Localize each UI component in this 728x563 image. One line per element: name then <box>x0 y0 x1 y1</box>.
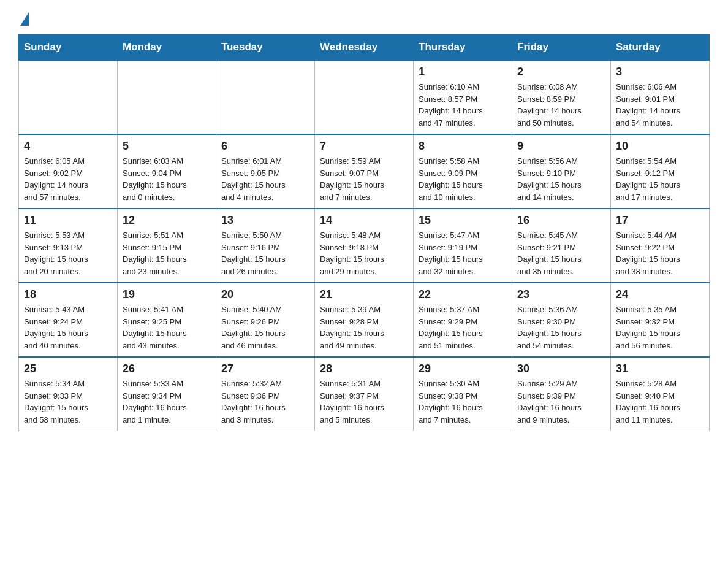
day-info: Sunrise: 5:50 AMSunset: 9:16 PMDaylight:… <box>221 229 309 277</box>
calendar-cell: 9Sunrise: 5:56 AMSunset: 9:10 PMDaylight… <box>512 134 611 209</box>
week-row-2: 4Sunrise: 6:05 AMSunset: 9:02 PMDaylight… <box>19 134 710 209</box>
calendar-cell: 31Sunrise: 5:28 AMSunset: 9:40 PMDayligh… <box>611 357 710 431</box>
day-number: 9 <box>517 140 605 153</box>
logo <box>18 12 29 22</box>
day-number: 20 <box>221 288 309 301</box>
day-number: 6 <box>221 140 309 153</box>
day-info: Sunrise: 5:54 AMSunset: 9:12 PMDaylight:… <box>616 155 704 203</box>
day-info: Sunrise: 5:28 AMSunset: 9:40 PMDaylight:… <box>616 378 704 426</box>
weekday-header-thursday: Thursday <box>414 35 512 61</box>
day-number: 12 <box>123 214 211 227</box>
calendar-cell <box>118 60 216 134</box>
page-header <box>18 12 710 22</box>
day-number: 8 <box>419 140 507 153</box>
calendar-cell: 29Sunrise: 5:30 AMSunset: 9:38 PMDayligh… <box>414 357 512 431</box>
day-number: 3 <box>616 66 704 79</box>
day-info: Sunrise: 5:51 AMSunset: 9:15 PMDaylight:… <box>123 229 211 277</box>
calendar-cell: 5Sunrise: 6:03 AMSunset: 9:04 PMDaylight… <box>118 134 216 209</box>
day-info: Sunrise: 5:35 AMSunset: 9:32 PMDaylight:… <box>616 304 704 351</box>
calendar-cell: 10Sunrise: 5:54 AMSunset: 9:12 PMDayligh… <box>611 134 710 209</box>
calendar-cell: 30Sunrise: 5:29 AMSunset: 9:39 PMDayligh… <box>512 357 611 431</box>
logo-triangle-icon <box>20 12 29 26</box>
day-info: Sunrise: 5:36 AMSunset: 9:30 PMDaylight:… <box>517 304 605 351</box>
calendar-cell: 12Sunrise: 5:51 AMSunset: 9:15 PMDayligh… <box>118 209 216 283</box>
calendar-cell: 14Sunrise: 5:48 AMSunset: 9:18 PMDayligh… <box>315 209 414 283</box>
day-number: 5 <box>123 140 211 153</box>
day-number: 10 <box>616 140 704 153</box>
day-info: Sunrise: 5:34 AMSunset: 9:33 PMDaylight:… <box>24 378 112 426</box>
day-info: Sunrise: 6:10 AMSunset: 8:57 PMDaylight:… <box>419 81 507 129</box>
week-row-1: 1Sunrise: 6:10 AMSunset: 8:57 PMDaylight… <box>19 60 710 134</box>
calendar-cell: 7Sunrise: 5:59 AMSunset: 9:07 PMDaylight… <box>315 134 414 209</box>
day-number: 30 <box>517 362 605 375</box>
day-info: Sunrise: 5:32 AMSunset: 9:36 PMDaylight:… <box>221 378 309 426</box>
day-info: Sunrise: 5:45 AMSunset: 9:21 PMDaylight:… <box>517 229 605 277</box>
day-number: 28 <box>320 362 408 375</box>
day-info: Sunrise: 5:29 AMSunset: 9:39 PMDaylight:… <box>517 378 605 426</box>
day-number: 24 <box>616 288 704 301</box>
week-row-5: 25Sunrise: 5:34 AMSunset: 9:33 PMDayligh… <box>19 357 710 431</box>
calendar-cell: 20Sunrise: 5:40 AMSunset: 9:26 PMDayligh… <box>216 283 315 357</box>
weekday-header-sunday: Sunday <box>19 35 118 61</box>
calendar-table: SundayMondayTuesdayWednesdayThursdayFrid… <box>18 34 710 431</box>
day-number: 4 <box>24 140 112 153</box>
calendar-cell: 21Sunrise: 5:39 AMSunset: 9:28 PMDayligh… <box>315 283 414 357</box>
day-info: Sunrise: 6:06 AMSunset: 9:01 PMDaylight:… <box>616 81 704 129</box>
day-info: Sunrise: 6:08 AMSunset: 8:59 PMDaylight:… <box>517 81 605 129</box>
day-number: 25 <box>24 362 112 375</box>
day-info: Sunrise: 5:47 AMSunset: 9:19 PMDaylight:… <box>419 229 507 277</box>
weekday-header-tuesday: Tuesday <box>216 35 315 61</box>
day-info: Sunrise: 5:30 AMSunset: 9:38 PMDaylight:… <box>419 378 507 426</box>
calendar-cell: 28Sunrise: 5:31 AMSunset: 9:37 PMDayligh… <box>315 357 414 431</box>
calendar-cell: 22Sunrise: 5:37 AMSunset: 9:29 PMDayligh… <box>414 283 512 357</box>
day-number: 18 <box>24 288 112 301</box>
calendar-cell: 26Sunrise: 5:33 AMSunset: 9:34 PMDayligh… <box>118 357 216 431</box>
day-number: 13 <box>221 214 309 227</box>
calendar-cell: 24Sunrise: 5:35 AMSunset: 9:32 PMDayligh… <box>611 283 710 357</box>
day-info: Sunrise: 5:43 AMSunset: 9:24 PMDaylight:… <box>24 304 112 351</box>
day-info: Sunrise: 5:48 AMSunset: 9:18 PMDaylight:… <box>320 229 408 277</box>
calendar-cell: 15Sunrise: 5:47 AMSunset: 9:19 PMDayligh… <box>414 209 512 283</box>
day-number: 27 <box>221 362 309 375</box>
day-number: 15 <box>419 214 507 227</box>
week-row-3: 11Sunrise: 5:53 AMSunset: 9:13 PMDayligh… <box>19 209 710 283</box>
day-number: 29 <box>419 362 507 375</box>
day-info: Sunrise: 5:40 AMSunset: 9:26 PMDaylight:… <box>221 304 309 351</box>
day-number: 14 <box>320 214 408 227</box>
calendar-cell: 11Sunrise: 5:53 AMSunset: 9:13 PMDayligh… <box>19 209 118 283</box>
day-number: 26 <box>123 362 211 375</box>
day-info: Sunrise: 5:59 AMSunset: 9:07 PMDaylight:… <box>320 155 408 203</box>
calendar-cell: 1Sunrise: 6:10 AMSunset: 8:57 PMDaylight… <box>414 60 512 134</box>
calendar-cell: 6Sunrise: 6:01 AMSunset: 9:05 PMDaylight… <box>216 134 315 209</box>
day-number: 21 <box>320 288 408 301</box>
weekday-header-friday: Friday <box>512 35 611 61</box>
day-info: Sunrise: 5:39 AMSunset: 9:28 PMDaylight:… <box>320 304 408 351</box>
calendar-cell: 13Sunrise: 5:50 AMSunset: 9:16 PMDayligh… <box>216 209 315 283</box>
day-info: Sunrise: 6:01 AMSunset: 9:05 PMDaylight:… <box>221 155 309 203</box>
day-number: 19 <box>123 288 211 301</box>
day-number: 31 <box>616 362 704 375</box>
calendar-cell: 23Sunrise: 5:36 AMSunset: 9:30 PMDayligh… <box>512 283 611 357</box>
week-row-4: 18Sunrise: 5:43 AMSunset: 9:24 PMDayligh… <box>19 283 710 357</box>
day-number: 1 <box>419 66 507 79</box>
weekday-header-wednesday: Wednesday <box>315 35 414 61</box>
day-number: 7 <box>320 140 408 153</box>
calendar-cell: 8Sunrise: 5:58 AMSunset: 9:09 PMDaylight… <box>414 134 512 209</box>
day-info: Sunrise: 5:41 AMSunset: 9:25 PMDaylight:… <box>123 304 211 351</box>
day-info: Sunrise: 5:37 AMSunset: 9:29 PMDaylight:… <box>419 304 507 351</box>
calendar-cell: 2Sunrise: 6:08 AMSunset: 8:59 PMDaylight… <box>512 60 611 134</box>
calendar-cell: 18Sunrise: 5:43 AMSunset: 9:24 PMDayligh… <box>19 283 118 357</box>
day-info: Sunrise: 6:05 AMSunset: 9:02 PMDaylight:… <box>24 155 112 203</box>
day-info: Sunrise: 5:56 AMSunset: 9:10 PMDaylight:… <box>517 155 605 203</box>
day-number: 2 <box>517 66 605 79</box>
weekday-header-monday: Monday <box>118 35 216 61</box>
day-info: Sunrise: 5:44 AMSunset: 9:22 PMDaylight:… <box>616 229 704 277</box>
calendar-cell: 4Sunrise: 6:05 AMSunset: 9:02 PMDaylight… <box>19 134 118 209</box>
calendar-cell <box>19 60 118 134</box>
calendar-cell: 19Sunrise: 5:41 AMSunset: 9:25 PMDayligh… <box>118 283 216 357</box>
day-number: 23 <box>517 288 605 301</box>
day-info: Sunrise: 6:03 AMSunset: 9:04 PMDaylight:… <box>123 155 211 203</box>
day-info: Sunrise: 5:31 AMSunset: 9:37 PMDaylight:… <box>320 378 408 426</box>
calendar-header-row: SundayMondayTuesdayWednesdayThursdayFrid… <box>19 35 710 61</box>
weekday-header-saturday: Saturday <box>611 35 710 61</box>
